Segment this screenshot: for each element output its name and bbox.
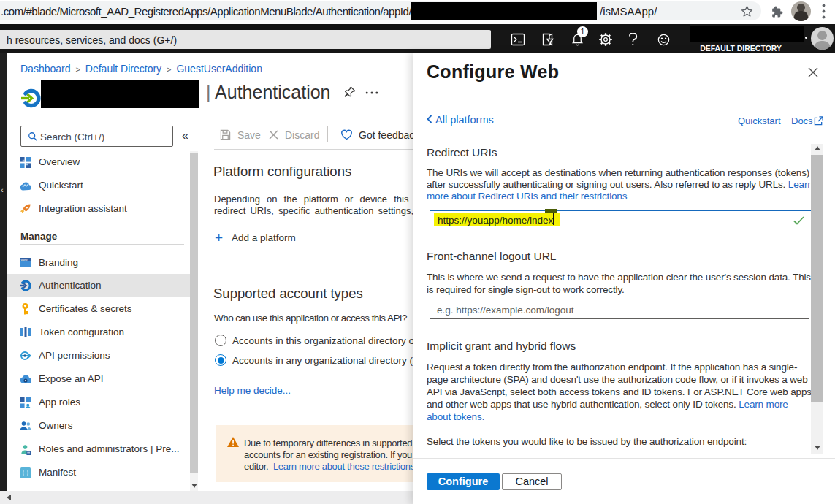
svg-text:www: www [20, 258, 28, 261]
